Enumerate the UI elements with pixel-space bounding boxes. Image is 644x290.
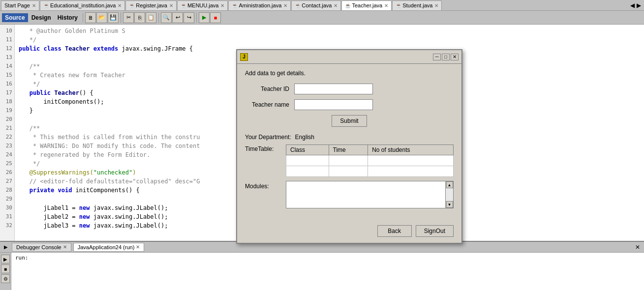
undo-btn[interactable]: ↩ bbox=[172, 12, 183, 23]
teacher-name-row: Teacher name bbox=[245, 99, 454, 110]
dialog-footer: Back SignOut bbox=[237, 221, 461, 243]
file-tools-group: 🗎 📂 💾 bbox=[85, 12, 121, 23]
output-close-btn[interactable]: ✕ bbox=[633, 244, 642, 251]
department-value: English bbox=[295, 134, 314, 141]
teacher-id-input[interactable] bbox=[294, 84, 373, 94]
dialog-body: Add data to get details. Teacher ID Teac… bbox=[237, 64, 461, 221]
teacher-dialog: J ─ □ ✕ Add data to get details. Teacher… bbox=[236, 49, 462, 244]
save-btn[interactable]: 💾 bbox=[108, 12, 119, 23]
tab-teacher[interactable]: ☕ Teacher.java ✕ bbox=[341, 0, 392, 10]
timetable-row: TimeTable: Class Time No of students bbox=[245, 145, 454, 177]
history-button[interactable]: History bbox=[55, 13, 81, 22]
stop-btn[interactable]: ■ bbox=[210, 12, 221, 23]
editor-container: 10 11 12 13 14 15 16 17 18 19 20 21 22 2… bbox=[0, 25, 644, 241]
file-tabs: Start Page ✕ ☕ Educational_institution.j… bbox=[1, 0, 442, 10]
tab-close-educational[interactable]: ✕ bbox=[118, 3, 122, 8]
submit-button[interactable]: Submit bbox=[332, 115, 367, 127]
scroll-track bbox=[446, 188, 453, 201]
open-file-btn[interactable]: 📂 bbox=[96, 12, 107, 23]
java-icon: ☕ bbox=[396, 3, 401, 8]
scroll-up-btn[interactable]: ▲ bbox=[446, 181, 453, 188]
design-button[interactable]: Design bbox=[29, 13, 54, 22]
java-icon: ☕ bbox=[43, 3, 49, 8]
tab-educational-institution[interactable]: ☕ Educational_institution.java ✕ bbox=[40, 0, 125, 10]
tab-register[interactable]: ☕ Register.java ✕ bbox=[125, 0, 177, 10]
cut-btn[interactable]: ✂ bbox=[123, 12, 134, 23]
table-row bbox=[286, 155, 454, 166]
output-panel: ▶ Debugger Console ✕ JavaApplication24 (… bbox=[0, 241, 644, 290]
tab-close-student[interactable]: ✕ bbox=[434, 3, 438, 8]
output-run-text: run: bbox=[15, 255, 640, 261]
modal-overlay: J ─ □ ✕ Add data to get details. Teacher… bbox=[0, 25, 644, 241]
output-tab-debugger[interactable]: Debugger Console ✕ bbox=[12, 243, 71, 252]
timetable-cell bbox=[286, 166, 329, 177]
tab-administration[interactable]: ☕ Aministration.java ✕ bbox=[228, 0, 291, 10]
modules-textarea-wrapper: ▲ ▼ bbox=[286, 181, 454, 208]
modules-textarea[interactable] bbox=[286, 181, 445, 208]
tab-close-administration[interactable]: ✕ bbox=[283, 3, 287, 8]
nav-arrows: ◀ ▶ bbox=[630, 2, 643, 9]
nav-tools-group: 🔍 ↩ ↪ bbox=[161, 12, 197, 23]
tab-student[interactable]: ☕ Student.java ✕ bbox=[392, 0, 442, 10]
modules-scrollbar: ▲ ▼ bbox=[445, 181, 453, 208]
timetable-col-time: Time bbox=[329, 145, 368, 155]
java-icon: ☕ bbox=[232, 3, 238, 8]
timetable-col-students: No of students bbox=[368, 145, 454, 155]
prev-tab-arrow[interactable]: ◀ bbox=[630, 2, 635, 9]
timetable-label: TimeTable: bbox=[245, 145, 282, 152]
output-text-area: run: bbox=[11, 253, 644, 290]
output-play-side-btn[interactable]: ▶ bbox=[1, 255, 10, 263]
tab-menuu[interactable]: ☕ MENUU.java ✕ bbox=[177, 0, 228, 10]
java-icon: ☕ bbox=[345, 3, 351, 8]
output-content-area: ▶ ■ ⚙ run: bbox=[0, 253, 644, 290]
output-stop-side-btn[interactable]: ■ bbox=[1, 264, 10, 273]
source-button[interactable]: Source bbox=[2, 13, 28, 22]
timetable-cell bbox=[329, 155, 368, 166]
table-row bbox=[286, 166, 454, 177]
dialog-subtitle: Add data to get details. bbox=[245, 70, 454, 77]
output-side-controls: ▶ ■ ⚙ bbox=[0, 253, 11, 290]
scroll-down-btn[interactable]: ▼ bbox=[446, 201, 453, 208]
modules-label: Modules: bbox=[245, 181, 282, 190]
java-icon: ☕ bbox=[295, 3, 301, 8]
timetable-cell bbox=[368, 166, 454, 177]
teacher-name-input[interactable] bbox=[294, 99, 373, 110]
output-tabs-left: ▶ Debugger Console ✕ JavaApplication24 (… bbox=[2, 243, 144, 252]
output-misc-btn[interactable]: ⚙ bbox=[1, 274, 10, 283]
tab-close-start-page[interactable]: ✕ bbox=[32, 3, 36, 8]
paste-btn[interactable]: 📋 bbox=[146, 12, 156, 23]
next-tab-arrow[interactable]: ▶ bbox=[637, 2, 641, 9]
modules-row: Modules: ▲ ▼ bbox=[245, 181, 454, 208]
window-controls: ─ □ ✕ bbox=[433, 54, 459, 60]
redo-btn[interactable]: ↪ bbox=[184, 12, 194, 23]
output-play-btn[interactable]: ▶ bbox=[2, 243, 10, 251]
debugger-tab-close[interactable]: ✕ bbox=[63, 244, 67, 250]
dialog-titlebar: J ─ □ ✕ bbox=[237, 50, 461, 64]
signout-button[interactable]: SignOut bbox=[416, 225, 454, 237]
tab-close-contact[interactable]: ✕ bbox=[334, 3, 337, 8]
java-icon: ☕ bbox=[181, 3, 186, 8]
search-btn[interactable]: 🔍 bbox=[161, 12, 172, 23]
minimize-button[interactable]: ─ bbox=[433, 54, 441, 60]
run-btn[interactable]: ▶ bbox=[199, 12, 210, 23]
tab-close-menuu[interactable]: ✕ bbox=[220, 3, 224, 8]
back-button[interactable]: Back bbox=[377, 225, 412, 237]
timetable-cell bbox=[368, 155, 454, 166]
close-button[interactable]: ✕ bbox=[451, 54, 459, 60]
teacher-id-row: Teacher ID bbox=[245, 84, 454, 94]
titlebar-left: J bbox=[240, 53, 251, 61]
tab-contact[interactable]: ☕ Contact.java ✕ bbox=[291, 0, 341, 10]
timetable-table: Class Time No of students bbox=[286, 145, 454, 177]
dialog-app-icon: J bbox=[240, 53, 248, 61]
timetable-cell bbox=[286, 155, 329, 166]
tab-start-page[interactable]: Start Page ✕ bbox=[1, 0, 39, 10]
tab-close-register[interactable]: ✕ bbox=[169, 3, 173, 8]
new-file-btn[interactable]: 🗎 bbox=[85, 12, 96, 23]
copy-btn[interactable]: ⎘ bbox=[134, 12, 145, 23]
run-tab-close[interactable]: ✕ bbox=[136, 244, 140, 250]
edit-tools-group: ✂ ⎘ 📋 bbox=[123, 12, 159, 23]
maximize-button[interactable]: □ bbox=[442, 54, 450, 60]
output-tab-run[interactable]: JavaApplication24 (run) ✕ bbox=[73, 243, 145, 252]
teacher-id-label: Teacher ID bbox=[245, 86, 289, 92]
tab-close-teacher[interactable]: ✕ bbox=[384, 3, 388, 8]
